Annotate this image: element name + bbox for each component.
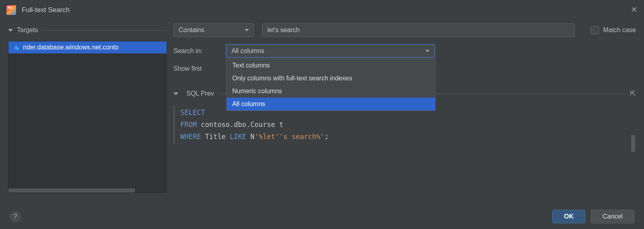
sql-text: ; <box>324 133 328 141</box>
search-in-dropdown[interactable]: All columns <box>226 44 435 58</box>
chevron-down-icon <box>8 29 13 32</box>
search-in-value: All columns <box>231 47 264 55</box>
sql-keyword: WHERE <box>180 133 201 141</box>
dialog-footer: ? OK Cancel <box>0 210 644 223</box>
target-item-label: rider.database.windows.net.conto <box>23 44 118 51</box>
horizontal-scrollbar[interactable] <box>8 188 135 192</box>
ok-button[interactable]: OK <box>552 210 585 223</box>
option-fulltext-columns[interactable]: Only columns with full-text search index… <box>227 72 435 85</box>
search-query-input[interactable] <box>262 23 575 37</box>
sql-keyword: FROM <box>180 121 197 129</box>
sql-text: contoso.dbo.Course t <box>197 121 283 129</box>
sql-text: N <box>246 133 254 141</box>
azure-icon <box>12 45 20 50</box>
window-title: Full-text Search <box>22 6 70 14</box>
chevron-down-icon <box>245 29 249 31</box>
sql-text: Title <box>201 133 230 141</box>
search-row: Contains Match case <box>173 23 636 37</box>
help-icon[interactable]: ? <box>10 211 21 222</box>
targets-sidebar: Targets rider.database.windows.net.conto <box>8 23 167 193</box>
chevron-down-icon <box>425 50 429 52</box>
app-icon <box>6 5 16 15</box>
match-case-label: Match case <box>603 27 636 34</box>
close-icon[interactable]: ✕ <box>631 6 638 14</box>
search-in-row: Search in: All columns <box>173 44 636 58</box>
show-first-label: Show first <box>173 65 218 72</box>
option-numeric-columns[interactable]: Numeric columns <box>227 85 435 98</box>
match-case-checkbox[interactable] <box>591 26 599 34</box>
search-in-label: Search in: <box>173 47 218 55</box>
targets-list[interactable]: rider.database.windows.net.conto <box>8 41 167 193</box>
search-mode-dropdown[interactable]: Contains <box>173 23 254 37</box>
targets-header[interactable]: Targets <box>8 23 167 37</box>
divider <box>43 30 167 31</box>
code-line: FROM contoso.dbo.Course t <box>180 119 636 131</box>
targets-label: Targets <box>17 27 38 34</box>
chevron-down-icon <box>173 92 178 95</box>
search-mode-value: Contains <box>179 27 204 34</box>
option-text-columns[interactable]: Text columns <box>227 59 435 72</box>
sql-keyword: SELECT <box>180 108 205 117</box>
sql-preview-label: SQL Prev <box>186 90 214 97</box>
vertical-scrollbar[interactable] <box>631 135 635 152</box>
target-item[interactable]: rider.database.windows.net.conto <box>8 41 167 53</box>
cancel-button[interactable]: Cancel <box>591 210 634 223</box>
titlebar: Full-text Search ✕ <box>0 0 644 20</box>
match-case-option[interactable]: Match case <box>591 26 636 34</box>
option-all-columns[interactable]: All columns <box>227 98 435 110</box>
search-in-options-popup: Text columns Only columns with full-text… <box>226 59 436 111</box>
sql-preview-code[interactable]: SELECT FROM contoso.dbo.Course t WHERE T… <box>173 105 636 144</box>
external-link-icon[interactable]: ⇱ <box>630 89 636 98</box>
code-line: WHERE Title LIKE N'%let''s search%'; <box>180 131 636 143</box>
sql-keyword: LIKE <box>230 133 246 141</box>
sql-string: '%let''s search%' <box>254 133 324 141</box>
main-panel: Contains Match case Search in: All colum… <box>173 23 636 193</box>
